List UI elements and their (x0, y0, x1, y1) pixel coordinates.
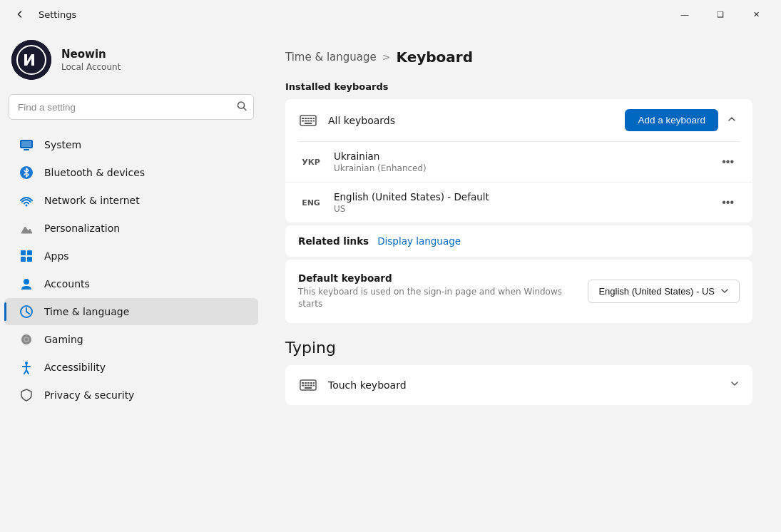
all-keyboards-card: All keyboards Add a keyboard УКР Ukraini… (285, 99, 752, 222)
main-content: Time & language > Keyboard Installed key… (262, 29, 781, 532)
default-keyboard-desc: This keyboard is used on the sign-in pag… (298, 286, 579, 310)
english-name: English (United States) - Default (334, 191, 706, 203)
accessibility-label: Accessibility (44, 362, 106, 373)
add-keyboard-button[interactable]: Add a keyboard (625, 109, 718, 131)
display-language-link[interactable]: Display language (377, 235, 461, 247)
svg-rect-11 (21, 257, 26, 262)
nav-menu: System Bluetooth & devices (0, 131, 262, 409)
search-input[interactable] (9, 94, 254, 120)
svg-line-24 (26, 370, 29, 374)
system-label: System (44, 139, 81, 150)
touch-keyboard-card[interactable]: Touch keyboard (285, 365, 752, 405)
english-more-button[interactable]: ••• (716, 193, 740, 212)
touch-keyboard-expand-icon (730, 379, 740, 391)
gaming-label: Gaming (44, 334, 83, 345)
sidebar-item-privacy[interactable]: Privacy & security (4, 382, 258, 409)
svg-point-8 (26, 205, 28, 207)
search-box (9, 94, 254, 120)
svg-rect-45 (307, 384, 310, 386)
title-bar: Settings — ❑ ✕ (0, 0, 781, 29)
ukrainian-info: Ukrainian Ukrainian (Enhanced) (334, 150, 706, 173)
user-info: Neowin Local Account (61, 48, 121, 72)
svg-rect-5 (24, 149, 29, 150)
svg-rect-47 (313, 384, 315, 386)
related-links-card: Related links Display language (285, 225, 752, 257)
svg-point-13 (24, 279, 29, 285)
accessibility-icon (19, 359, 34, 375)
svg-rect-31 (302, 120, 304, 121)
dropdown-chevron-icon (720, 287, 729, 295)
english-sub: US (334, 204, 706, 214)
back-button[interactable] (9, 3, 31, 26)
svg-rect-32 (305, 120, 307, 121)
sidebar-item-bluetooth[interactable]: Bluetooth & devices (4, 159, 258, 186)
sidebar-item-personalization[interactable]: Personalization (4, 215, 258, 242)
english-info: English (United States) - Default US (334, 191, 706, 214)
svg-rect-34 (310, 120, 312, 121)
app-body: Neowin Local Account (0, 29, 781, 532)
sidebar-item-gaming[interactable]: Gaming (4, 326, 258, 353)
default-keyboard-dropdown[interactable]: English (United States) - US (588, 280, 740, 303)
ukrainian-more-button[interactable]: ••• (716, 153, 740, 171)
maximize-button[interactable]: ❑ (704, 3, 737, 26)
ukrainian-name: Ukrainian (334, 150, 706, 162)
svg-rect-48 (305, 387, 312, 389)
svg-rect-39 (305, 382, 307, 384)
apps-label: Apps (44, 250, 69, 262)
keyboard-row-ukrainian: УКР Ukrainian Ukrainian (Enhanced) ••• (285, 142, 752, 183)
sidebar-item-network[interactable]: Network & internet (4, 187, 258, 214)
svg-line-16 (26, 312, 29, 314)
sidebar: Neowin Local Account (0, 29, 262, 532)
touch-keyboard-title: Touch keyboard (328, 379, 720, 391)
avatar-logo (11, 40, 51, 80)
title-bar-left: Settings (9, 3, 76, 26)
svg-rect-44 (305, 384, 307, 386)
english-badge: ENG (298, 198, 324, 208)
svg-rect-41 (310, 382, 312, 384)
app-title: Settings (39, 9, 76, 20)
svg-rect-42 (313, 382, 315, 384)
svg-rect-36 (305, 123, 312, 124)
privacy-label: Privacy & security (44, 389, 134, 401)
keyboard-row-english: ENG English (United States) - Default US… (285, 183, 752, 222)
system-icon (19, 137, 34, 153)
svg-rect-46 (310, 384, 312, 386)
breadcrumb-parent: Time & language (285, 51, 377, 63)
sidebar-item-system[interactable]: System (4, 131, 258, 158)
sidebar-item-accessibility[interactable]: Accessibility (4, 354, 258, 381)
network-icon (19, 193, 34, 208)
default-keyboard-title: Default keyboard (298, 272, 579, 284)
default-keyboard-value: English (United States) - US (598, 286, 715, 297)
breadcrumb-separator: > (382, 51, 391, 63)
breadcrumb-current: Keyboard (397, 48, 473, 66)
default-keyboard-card: Default keyboard This keyboard is used o… (285, 260, 752, 323)
minimize-button[interactable]: — (668, 3, 701, 26)
breadcrumb: Time & language > Keyboard (285, 48, 752, 66)
apps-icon (19, 248, 34, 264)
sidebar-item-apps[interactable]: Apps (4, 242, 258, 270)
close-button[interactable]: ✕ (740, 3, 772, 26)
network-label: Network & internet (44, 195, 140, 206)
svg-point-19 (25, 338, 28, 341)
all-keyboards-title: All keyboards (328, 115, 615, 126)
svg-rect-43 (302, 384, 304, 386)
svg-rect-9 (21, 250, 26, 255)
user-profile: Neowin Local Account (0, 29, 262, 94)
accounts-icon (19, 276, 34, 292)
svg-rect-28 (307, 118, 310, 119)
touch-keyboard-icon (298, 375, 318, 395)
accounts-label: Accounts (44, 278, 90, 290)
bluetooth-icon (19, 165, 34, 180)
ukrainian-sub: Ukrainian (Enhanced) (334, 163, 706, 173)
avatar (11, 40, 51, 80)
avatar-inner (11, 40, 51, 80)
svg-rect-12 (27, 257, 32, 262)
ukrainian-badge: УКР (298, 158, 324, 167)
window-controls: — ❑ ✕ (668, 3, 772, 26)
sidebar-item-time[interactable]: Time & language (4, 298, 258, 325)
collapse-chevron-button[interactable] (724, 111, 740, 129)
svg-rect-35 (313, 120, 315, 121)
typing-section-label: Typing (285, 339, 752, 357)
sidebar-item-accounts[interactable]: Accounts (4, 270, 258, 297)
svg-rect-40 (307, 382, 310, 384)
